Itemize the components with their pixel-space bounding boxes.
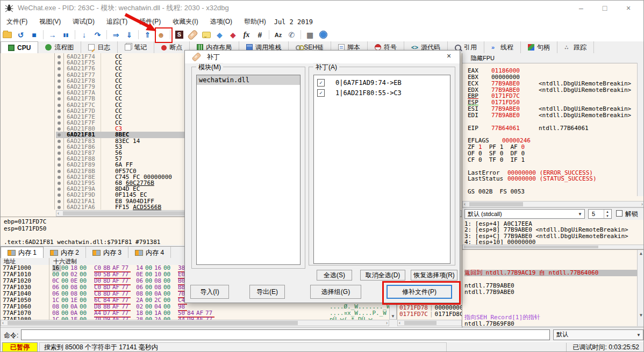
stackinfo-vscrollbar[interactable]: ▲▼ bbox=[637, 250, 644, 326]
breakpoint-dot[interactable] bbox=[58, 157, 61, 161]
step-over-icon[interactable]: ↷ bbox=[91, 29, 104, 40]
unlock-checkbox[interactable] bbox=[616, 210, 622, 217]
menu-item-7[interactable]: 选项(O) bbox=[204, 16, 238, 28]
memory-tab-2[interactable]: 内存 2 bbox=[44, 247, 86, 258]
tab-线程[interactable]: »线程 bbox=[484, 41, 521, 53]
attach-icon[interactable]: ✆ bbox=[285, 29, 298, 40]
minimize-button[interactable]: – bbox=[569, 1, 593, 16]
bookmark-icon[interactable]: ◆ bbox=[226, 29, 240, 40]
breakpoint-dot[interactable] bbox=[58, 146, 61, 149]
scylla-icon[interactable]: S bbox=[173, 29, 186, 40]
pause-icon[interactable]: ▮▮ bbox=[59, 29, 73, 40]
patch-item[interactable]: ✓0|6A7F1AD9:74->EB bbox=[314, 77, 450, 88]
registers-hscrollbar[interactable]: ‹› bbox=[462, 201, 644, 207]
tab-日志[interactable]: 日志 bbox=[81, 41, 118, 53]
stackinfo-row[interactable] bbox=[464, 296, 637, 302]
registers-vscrollbar[interactable] bbox=[637, 63, 644, 196]
breakpoint-dot[interactable] bbox=[58, 140, 61, 143]
stack-hscrollbar[interactable]: ‹ bbox=[397, 320, 462, 326]
menu-item-1[interactable]: 文件(F) bbox=[1, 16, 33, 28]
run-icon[interactable]: → bbox=[46, 29, 59, 40]
tab-CPU[interactable]: CPU bbox=[1, 41, 38, 54]
module-item[interactable]: wechatwin.dll bbox=[197, 75, 300, 85]
maximize-button[interactable]: □ bbox=[593, 1, 617, 16]
help-globe-icon[interactable] bbox=[317, 29, 330, 40]
arguments-view[interactable]: 1: [esp+4] A0C17EEA2: [esp+8] 77B9ABE0 <… bbox=[462, 220, 644, 245]
breakpoint-dot[interactable] bbox=[58, 91, 61, 95]
comment-icon[interactable] bbox=[199, 29, 213, 40]
laststatus-row[interactable]: LastStatus00000000 (STATUS_SUCCESS) bbox=[468, 176, 637, 182]
stackinfo-row[interactable]: ntdll.77B69F80 bbox=[464, 321, 637, 326]
register-row[interactable]: EIP77B64061ntdll.77B64061 bbox=[468, 125, 637, 132]
patches-list[interactable]: ✓0|6A7F1AD9:74->EB✓1|6AD21F80:55->C3 bbox=[313, 75, 450, 264]
breakpoint-dot[interactable] bbox=[58, 80, 61, 83]
tab-笔记[interactable]: 笔记 bbox=[118, 41, 154, 53]
breakpoint-dot[interactable] bbox=[58, 188, 61, 191]
memory-tab-3[interactable]: 内存 3 bbox=[86, 247, 128, 258]
open-file-icon[interactable] bbox=[1, 29, 14, 40]
select-all-button[interactable]: 全选(S) bbox=[317, 270, 352, 281]
stack-info-view[interactable]: ▲▼ 返回到 ntdll.77B9AC19 自 ntdll.77B64060 n… bbox=[462, 249, 644, 326]
segments-row[interactable]: GS 002B FS 0053 bbox=[468, 189, 637, 195]
tab-句柄[interactable]: 句柄 bbox=[521, 41, 557, 53]
breakpoint-dot[interactable] bbox=[58, 110, 61, 113]
breakpoint-dot[interactable] bbox=[58, 61, 61, 64]
command-profile-select[interactable]: 默认▼ bbox=[553, 329, 643, 340]
execute-till-return-icon[interactable]: ⇓ bbox=[123, 29, 136, 40]
memory-tab-1[interactable]: 内存 1 bbox=[1, 247, 44, 258]
arg-count-spinner[interactable]: 5 ▲▼ bbox=[588, 209, 612, 219]
stop-debugging-icon[interactable]: ■ bbox=[27, 29, 41, 40]
tab-流程图[interactable]: 流程图 bbox=[38, 41, 81, 53]
stackinfo-row[interactable]: ntdll.77B9ABE0 bbox=[464, 289, 637, 296]
breakpoint-dot[interactable] bbox=[58, 74, 61, 77]
function-icon[interactable]: fx bbox=[240, 29, 253, 40]
breakpoint-dot[interactable] bbox=[58, 85, 61, 89]
breakpoint-dot[interactable] bbox=[58, 127, 61, 131]
select-group-button[interactable]: 选择组(G) bbox=[310, 285, 361, 299]
export-button[interactable]: 导出(E) bbox=[249, 285, 285, 299]
breakpoint-dot[interactable] bbox=[58, 55, 61, 59]
breakpoint-dot[interactable] bbox=[58, 206, 61, 209]
memory-tab-4[interactable]: 内存 4 bbox=[128, 247, 171, 258]
breakpoint-dot[interactable] bbox=[58, 163, 61, 167]
return-to-row[interactable]: 返回到 ntdll.77B9AC19 自 ntdll.77B64060 bbox=[464, 270, 637, 276]
register-row[interactable]: EDI77B9ABE0<ntdll.DbgUiRemoteBreakin> bbox=[468, 112, 637, 119]
step-into-icon[interactable]: ↓ bbox=[77, 29, 91, 40]
stackinfo-row[interactable] bbox=[464, 301, 637, 308]
calculator-icon[interactable]: ▦ bbox=[303, 29, 317, 40]
step-out-icon[interactable]: ⇑ bbox=[141, 29, 154, 40]
dialog-close-icon[interactable]: × bbox=[443, 52, 454, 60]
breakpoint-dot[interactable] bbox=[58, 182, 61, 185]
arguments-hscrollbar[interactable] bbox=[462, 245, 644, 249]
patch-dialog-titlebar[interactable]: 补丁 × bbox=[185, 51, 460, 63]
breakpoint-dot[interactable] bbox=[58, 200, 61, 203]
tab-跟踪[interactable]: ∴跟踪 bbox=[557, 41, 594, 53]
modules-list[interactable]: wechatwin.dll bbox=[196, 75, 300, 265]
registers-view[interactable]: EAX01186000EBX00000000ECX77B9ABE0<ntdll.… bbox=[462, 63, 644, 201]
menu-item-8[interactable]: 帮助(H) bbox=[238, 16, 272, 28]
menu-item-3[interactable]: 调试(D) bbox=[67, 16, 101, 28]
breakpoint-dot[interactable] bbox=[58, 97, 61, 100]
dump-hscrollbar[interactable]: ‹› bbox=[1, 320, 389, 326]
run-to-selection-icon[interactable]: ⇒ bbox=[109, 29, 123, 40]
breakpoint-dot[interactable] bbox=[58, 170, 61, 173]
breakpoint-dot[interactable] bbox=[58, 67, 61, 70]
deselect-all-button[interactable]: 取消全选(D) bbox=[360, 270, 405, 281]
breakpoint-dot[interactable] bbox=[58, 104, 61, 107]
flags-row[interactable]: CF 0 TF 0 IF 1 bbox=[468, 157, 637, 163]
command-input[interactable] bbox=[21, 329, 550, 340]
restore-selection-button[interactable]: 恢复选择项(R) bbox=[411, 270, 457, 281]
hash-icon[interactable]: # bbox=[253, 29, 267, 40]
patch-checkbox[interactable]: ✓ bbox=[317, 89, 325, 97]
patch-item[interactable]: ✓1|6AD21F80:55->C3 bbox=[314, 88, 450, 98]
calling-convention-select[interactable]: 默认 (stdcall)▼ bbox=[464, 209, 585, 219]
breakpoint-dot[interactable] bbox=[58, 152, 61, 155]
strings-icon[interactable]: Az bbox=[271, 29, 285, 40]
import-button[interactable]: 导入(I) bbox=[190, 285, 229, 299]
label-icon[interactable]: ◆ bbox=[213, 29, 226, 40]
stackinfo-row[interactable]: ntdll.77B9ABE0 bbox=[464, 283, 637, 289]
hide-fpu-button[interactable]: 隐藏FPU bbox=[462, 53, 644, 63]
menu-item-2[interactable]: 视图(V) bbox=[33, 16, 67, 28]
patch-checkbox[interactable]: ✓ bbox=[317, 79, 325, 87]
breakpoint-dot[interactable] bbox=[58, 121, 61, 125]
